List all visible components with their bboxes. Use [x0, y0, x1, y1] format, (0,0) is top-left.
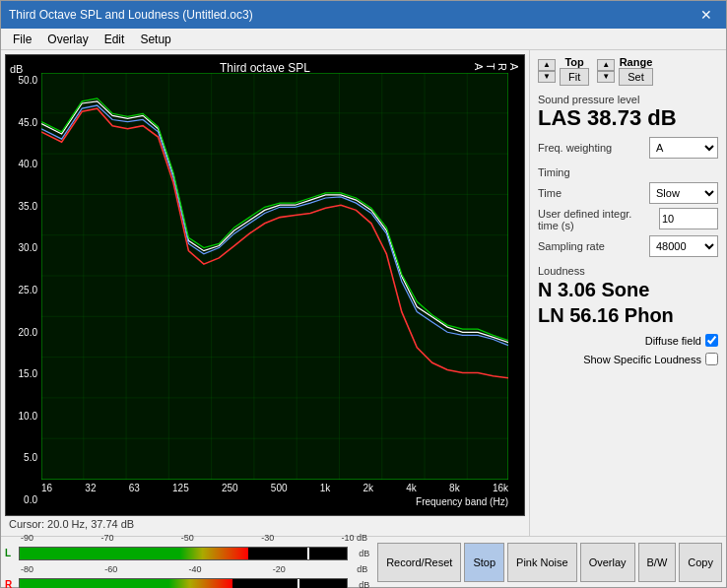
- main-window: Third Octave SPL and Loudness (Untitled.…: [0, 0, 727, 588]
- chart-svg: [41, 73, 508, 480]
- top-spinner: ▲ ▼: [538, 59, 556, 83]
- show-specific-label: Show Specific Loudness: [583, 354, 701, 365]
- fit-button[interactable]: Fit: [560, 68, 589, 86]
- freq-weighting-select[interactable]: A B C Z: [649, 137, 718, 159]
- x-axis-labels: 16 32 63 125 250 500 1k 2k 4k 8k 16k: [41, 483, 508, 493]
- bottom-bar: -90 -70 -50 -30 -10 dB L dB -80: [1, 536, 726, 587]
- menu-edit[interactable]: Edit: [97, 31, 133, 48]
- meter-l-row: L dB: [5, 547, 369, 560]
- set-button[interactable]: Set: [619, 68, 653, 86]
- arta-label: A R T A: [473, 63, 520, 71]
- timing-section: Timing Time Slow Fast Impulse User defin…: [538, 164, 718, 257]
- menu-overlay[interactable]: Overlay: [39, 31, 96, 48]
- show-specific-row: Show Specific Loudness: [538, 353, 718, 365]
- close-button[interactable]: ✕: [694, 5, 718, 25]
- menu-setup[interactable]: Setup: [132, 31, 178, 48]
- meter-l-marker: [307, 548, 309, 559]
- range-down-btn[interactable]: ▼: [597, 71, 615, 83]
- meter-l-fill: [20, 548, 248, 559]
- chart-area: Third octave SPL dB A R T A 50.0 45.0 40…: [1, 50, 529, 536]
- spl-value: LAS 38.73 dB: [538, 105, 718, 131]
- diffuse-field-row: Diffuse field: [538, 334, 718, 347]
- top-label: Top: [560, 56, 589, 68]
- diffuse-field-checkbox[interactable]: [705, 334, 718, 347]
- copy-button[interactable]: Copy: [679, 543, 722, 582]
- title-bar: Third Octave SPL and Loudness (Untitled.…: [1, 1, 726, 29]
- menu-bar: File Overlay Edit Setup: [1, 29, 726, 50]
- meter-l-track: [19, 547, 348, 560]
- meter-r-fill: [20, 579, 232, 589]
- meter-r-track: [19, 578, 348, 589]
- freq-weighting-label: Freq. weighting: [538, 142, 612, 154]
- loudness-section: Loudness N 3.06 Sone LN 56.16 Phon: [538, 263, 718, 328]
- level-meters: -90 -70 -50 -30 -10 dB L dB -80: [1, 537, 373, 587]
- user-integr-label: User defined integr. time (s): [538, 208, 636, 231]
- right-panel: ▲ ▼ Top Fit ▲ ▼ Range Set: [529, 50, 726, 536]
- loudness-section-label: Loudness: [538, 265, 718, 277]
- main-content: Third octave SPL dB A R T A 50.0 45.0 40…: [1, 50, 726, 536]
- diffuse-field-label: Diffuse field: [645, 335, 701, 347]
- meter-bottom-labels: -80 -60 -40 -20 dB: [19, 564, 369, 574]
- stop-button[interactable]: Stop: [464, 543, 504, 582]
- window-title: Third Octave SPL and Loudness (Untitled.…: [9, 8, 253, 22]
- chart-container: Third octave SPL dB A R T A 50.0 45.0 40…: [5, 54, 525, 516]
- range-label: Range: [619, 56, 653, 68]
- loudness-line2: LN 56.16 Phon: [538, 302, 718, 328]
- top-up-btn[interactable]: ▲: [538, 59, 556, 71]
- y-axis-labels: 50.0 45.0 40.0 35.0 30.0 25.0 20.0 15.0 …: [8, 75, 37, 505]
- meter-l-label: L: [5, 548, 17, 558]
- timing-label: Timing: [538, 166, 718, 178]
- chart-title: Third octave SPL: [220, 61, 310, 75]
- top-down-btn[interactable]: ▼: [538, 71, 556, 83]
- user-integr-input[interactable]: [659, 208, 718, 229]
- menu-file[interactable]: File: [5, 31, 39, 48]
- meter-r-label: R: [5, 579, 17, 588]
- time-label: Time: [538, 187, 562, 199]
- meter-r-row: R dB: [5, 578, 369, 589]
- overlay-button[interactable]: Overlay: [580, 543, 635, 582]
- record-reset-button[interactable]: Record/Reset: [377, 543, 461, 582]
- range-spinner: ▲ ▼: [597, 59, 615, 83]
- bottom-buttons: Record/Reset Stop Pink Noise Overlay B/W…: [373, 537, 726, 587]
- sampling-rate-row: Sampling rate 44100 48000 96000: [538, 235, 718, 257]
- sampling-rate-select[interactable]: 44100 48000 96000: [649, 235, 718, 257]
- sampling-rate-label: Sampling rate: [538, 240, 605, 252]
- freq-weighting-row: Freq. weighting A B C Z: [538, 137, 718, 159]
- spl-section-label: Sound pressure level: [538, 94, 718, 105]
- range-up-btn[interactable]: ▲: [597, 59, 615, 71]
- spl-section: Sound pressure level LAS 38.73 dB: [538, 92, 718, 131]
- bw-button[interactable]: B/W: [638, 543, 677, 582]
- time-select[interactable]: Slow Fast Impulse: [649, 182, 718, 204]
- cursor-info: Cursor: 20.0 Hz, 37.74 dB: [5, 516, 525, 532]
- meter-r-marker: [297, 579, 299, 589]
- y-axis-label: dB: [10, 63, 23, 75]
- loudness-line1: N 3.06 Sone: [538, 277, 718, 302]
- x-axis-title: Frequency band (Hz): [416, 496, 508, 507]
- show-specific-checkbox[interactable]: [705, 353, 718, 365]
- meter-top-labels: -90 -70 -50 -30 -10 dB: [19, 533, 369, 543]
- user-integr-row: User defined integr. time (s): [538, 208, 718, 231]
- svg-rect-4: [41, 73, 508, 480]
- pink-noise-button[interactable]: Pink Noise: [507, 543, 577, 582]
- top-range-controls: ▲ ▼ Top Fit ▲ ▼ Range Set: [538, 56, 718, 86]
- time-row: Time Slow Fast Impulse: [538, 182, 718, 204]
